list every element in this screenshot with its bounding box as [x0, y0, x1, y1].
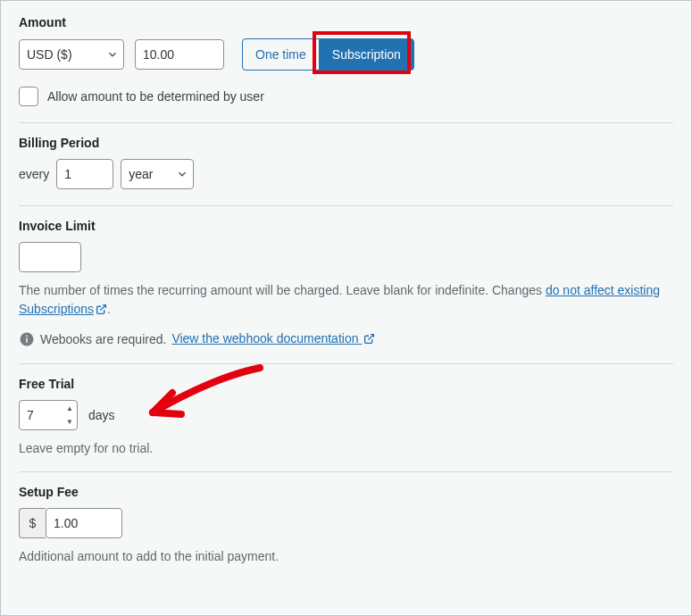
- trial-input-wrap: ▲ ▼: [19, 400, 78, 430]
- amount-section: Amount USD ($) One time Subscription All…: [19, 15, 673, 123]
- invoice-helper-text: The number of times the recurring amount…: [19, 283, 546, 297]
- invoice-helper: The number of times the recurring amount…: [19, 281, 673, 320]
- trial-row: ▲ ▼ days: [19, 400, 673, 430]
- allow-user-row: Allow amount to be determined by user: [19, 87, 673, 106]
- amount-input[interactable]: [135, 39, 224, 70]
- trial-spinner[interactable]: ▲ ▼: [63, 402, 76, 429]
- invoice-input[interactable]: [19, 242, 81, 272]
- allow-user-label: Allow amount to be determined by user: [47, 89, 264, 104]
- setup-row: $: [19, 508, 673, 538]
- trial-helper: Leave empty for no trial.: [19, 441, 673, 455]
- amount-row: USD ($) One time Subscription: [19, 38, 673, 71]
- spinner-down-icon[interactable]: ▼: [63, 415, 76, 429]
- setup-section: Setup Fee $ Additional amount to add to …: [19, 472, 673, 579]
- billing-label: Billing Period: [19, 136, 673, 150]
- currency-select-wrap: USD ($): [19, 39, 124, 70]
- setup-helper: Additional amount to add to the initial …: [19, 549, 673, 563]
- external-link-icon: [363, 333, 375, 347]
- svg-line-4: [369, 335, 374, 340]
- info-icon: [19, 331, 35, 347]
- setup-label: Setup Fee: [19, 485, 673, 499]
- svg-line-0: [100, 305, 105, 311]
- svg-rect-3: [26, 336, 28, 337]
- setup-fee-input[interactable]: [46, 508, 122, 538]
- settings-panel: Amount USD ($) One time Subscription All…: [0, 0, 692, 616]
- webhooks-link[interactable]: View the webhook documentation: [171, 331, 375, 347]
- invoice-section: Invoice Limit The number of times the re…: [19, 206, 673, 364]
- svg-rect-2: [26, 338, 28, 343]
- billing-section: Billing Period every year: [19, 123, 673, 206]
- external-link-icon: [96, 302, 107, 320]
- invoice-label: Invoice Limit: [19, 219, 673, 233]
- trial-section: Free Trial ▲ ▼ days Leave empty for no t…: [19, 364, 673, 472]
- billing-row: every year: [19, 159, 673, 189]
- trial-label: Free Trial: [19, 377, 673, 391]
- billing-count-input[interactable]: [56, 159, 113, 189]
- billing-every-text: every: [19, 167, 49, 181]
- amount-label: Amount: [19, 15, 673, 29]
- allow-user-checkbox[interactable]: [19, 87, 38, 106]
- subscription-tab[interactable]: Subscription: [319, 38, 414, 71]
- trial-days-text: days: [88, 408, 115, 422]
- spinner-up-icon[interactable]: ▲: [63, 402, 76, 415]
- one-time-tab[interactable]: One time: [242, 38, 320, 71]
- billing-unit-select[interactable]: year: [121, 159, 194, 189]
- setup-currency-prefix: $: [19, 508, 46, 538]
- billing-unit-wrap: year: [121, 159, 194, 189]
- type-toggle: One time Subscription: [242, 38, 414, 71]
- webhooks-text: Webooks are required.: [40, 332, 166, 346]
- currency-select[interactable]: USD ($): [19, 39, 124, 70]
- webhooks-row: Webooks are required. View the webhook d…: [19, 331, 673, 347]
